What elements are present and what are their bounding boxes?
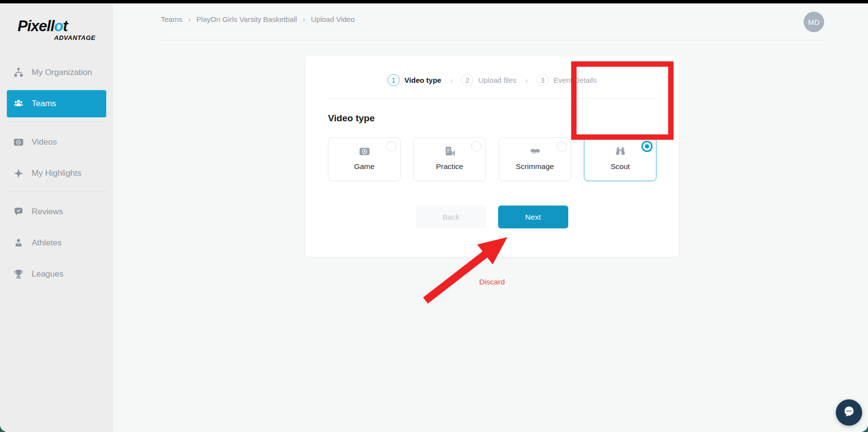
main-content: Teams › PlayOn Girls Varsity Basketball … xyxy=(113,0,868,432)
video-type-heading: Video type xyxy=(328,113,375,124)
option-label: Game xyxy=(354,162,374,171)
header-divider xyxy=(161,40,825,40)
discard-link[interactable]: Discard xyxy=(479,278,505,286)
option-card-scout[interactable]: Scout xyxy=(584,137,656,181)
sidebar-item-label: Teams xyxy=(32,99,56,109)
athlete-icon xyxy=(13,237,24,249)
option-label: Scrimmage xyxy=(516,162,554,171)
sidebar-item-label: My Highlights xyxy=(32,169,81,178)
sidebar-item-label: Reviews xyxy=(32,207,63,217)
sidebar-item-my-highlights[interactable]: My Highlights xyxy=(7,160,106,187)
sidebar: Pixellot ADVANTAGE My Organization Teams xyxy=(0,0,113,432)
binoculars-icon xyxy=(614,145,627,158)
trophy-icon xyxy=(13,268,24,280)
practice-clipboard-dumbbell-icon xyxy=(444,145,456,158)
option-card-scrimmage[interactable]: Scrimmage xyxy=(499,137,571,181)
step-separator: › xyxy=(450,76,452,84)
discard-row: Discard xyxy=(305,278,679,286)
app-window: Pixellot ADVANTAGE My Organization Teams xyxy=(0,0,868,432)
upload-wizard-panel: 1 Video type › 2 Upload files › 3 Event … xyxy=(305,56,679,257)
breadcrumb-teams[interactable]: Teams xyxy=(161,15,182,23)
wizard-stepper: 1 Video type › 2 Upload files › 3 Event … xyxy=(305,74,679,86)
sidebar-item-label: My Organization xyxy=(32,68,92,77)
option-card-practice[interactable]: Practice xyxy=(413,137,486,181)
sidebar-item-athletes[interactable]: Athletes xyxy=(7,229,106,257)
sidebar-divider xyxy=(7,191,106,191)
reviews-chat-icon xyxy=(13,206,24,218)
sidebar-divider xyxy=(7,121,106,122)
handshake-icon xyxy=(529,145,541,158)
wizard-actions: Back Next xyxy=(305,206,679,228)
step-number: 1 xyxy=(387,74,400,86)
sidebar-item-teams[interactable]: Teams xyxy=(7,90,106,117)
sidebar-item-label: Athletes xyxy=(32,238,61,248)
step-event-details[interactable]: 3 Event Details xyxy=(537,74,597,86)
chat-widget-button[interactable] xyxy=(836,399,862,426)
step-number: 2 xyxy=(461,74,473,86)
sidebar-nav: My Organization Teams Videos My High xyxy=(0,59,113,288)
sidebar-item-videos[interactable]: Videos xyxy=(7,129,106,156)
option-card-game[interactable]: Game xyxy=(328,137,401,181)
top-black-bar xyxy=(0,0,868,3)
sidebar-item-my-organization[interactable]: My Organization xyxy=(7,59,106,86)
step-number: 3 xyxy=(537,74,549,86)
breadcrumb-upload-video: Upload Video xyxy=(311,15,355,23)
logo-subtitle: ADVANTAGE xyxy=(18,34,96,41)
option-label: Scout xyxy=(611,162,630,171)
step-label: Event Details xyxy=(554,76,597,84)
step-label: Upload files xyxy=(478,76,516,84)
breadcrumb-separator: › xyxy=(303,16,305,23)
breadcrumb-separator: › xyxy=(188,16,191,23)
chat-bubble-icon xyxy=(842,404,856,421)
radio-dot xyxy=(645,144,649,149)
breadcrumb-team-name[interactable]: PlayOn Girls Varsity Basketball xyxy=(196,15,297,23)
org-chart-icon xyxy=(13,67,24,78)
pixellot-advantage-logo: Pixellot ADVANTAGE xyxy=(18,18,96,41)
radio-game[interactable] xyxy=(386,141,396,151)
sidebar-item-reviews[interactable]: Reviews xyxy=(7,198,106,225)
step-video-type[interactable]: 1 Video type xyxy=(387,74,442,86)
sidebar-item-leagues[interactable]: Leagues xyxy=(7,261,106,288)
option-label: Practice xyxy=(436,162,463,171)
logo-wordmark: Pixellot xyxy=(18,18,96,35)
radio-scrimmage[interactable] xyxy=(557,141,567,151)
step-upload-files[interactable]: 2 Upload files xyxy=(461,74,516,86)
back-button[interactable]: Back xyxy=(416,206,486,228)
sidebar-item-label: Leagues xyxy=(32,269,63,279)
radio-scout[interactable] xyxy=(641,141,653,152)
step-label: Video type xyxy=(405,76,442,84)
video-icon xyxy=(13,136,24,148)
stepper-divider xyxy=(328,98,656,99)
next-button[interactable]: Next xyxy=(498,206,568,228)
video-type-options: Game Practice Scrimmage xyxy=(328,137,656,181)
radio-practice[interactable] xyxy=(471,141,482,151)
highlights-star-icon xyxy=(13,168,24,179)
teams-icon xyxy=(13,98,24,110)
video-camera-icon xyxy=(358,145,371,158)
step-separator: › xyxy=(525,76,528,84)
sidebar-item-label: Videos xyxy=(32,137,57,147)
user-avatar[interactable]: MD xyxy=(804,12,824,32)
breadcrumb: Teams › PlayOn Girls Varsity Basketball … xyxy=(161,15,355,23)
